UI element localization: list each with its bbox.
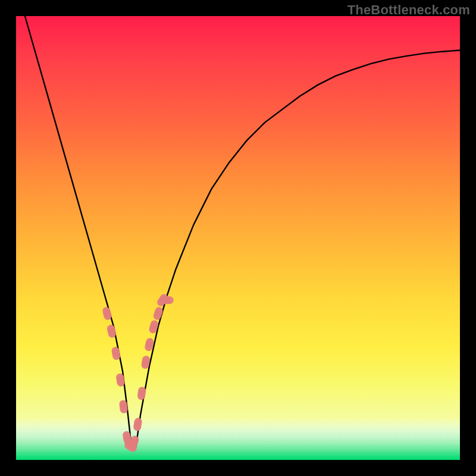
marker-joint — [151, 324, 157, 330]
marker-joint — [164, 297, 170, 303]
chart-frame: TheBottleneck.com — [0, 0, 476, 476]
marker-joint — [155, 310, 161, 317]
plot-area — [16, 16, 460, 460]
marker-joint — [134, 421, 141, 428]
marker-joint — [139, 390, 145, 397]
marker-joint — [131, 439, 137, 446]
marker-joint — [108, 328, 115, 334]
marker-joint — [104, 310, 110, 317]
marker-joint — [124, 434, 130, 441]
marker-joint — [120, 403, 127, 410]
curve-svg — [16, 16, 460, 460]
marker-joint — [142, 359, 149, 365]
marker-joint — [146, 342, 152, 348]
marker-cluster — [102, 293, 174, 453]
marker-joint — [117, 377, 124, 383]
bottleneck-curve — [25, 16, 460, 447]
marker-joint — [112, 350, 119, 356]
watermark-label: TheBottleneck.com — [347, 2, 470, 18]
